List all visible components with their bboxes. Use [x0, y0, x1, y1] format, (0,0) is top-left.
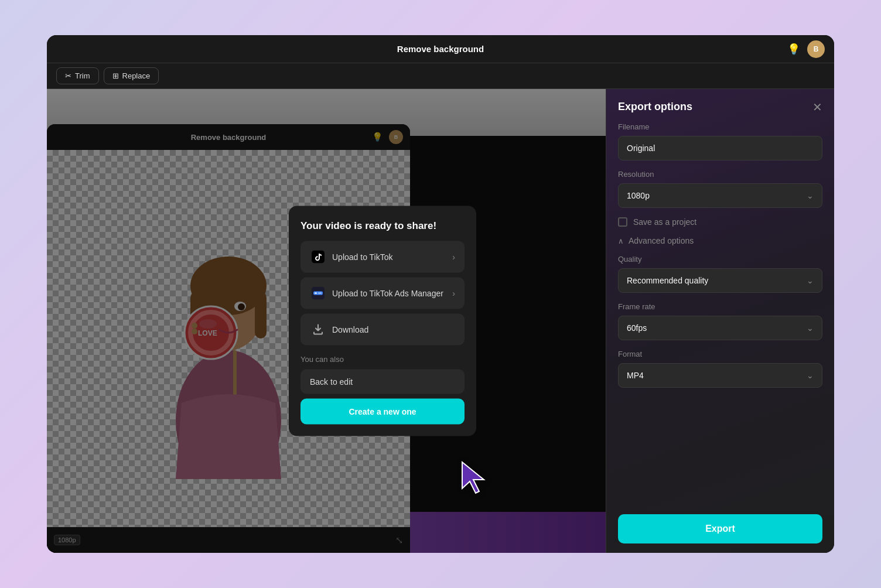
resolution-value: 1080p	[627, 191, 650, 200]
quality-value: Recommended quality	[627, 276, 708, 285]
filename-select[interactable]: Original	[618, 136, 822, 160]
format-chevron-icon: ⌄	[807, 371, 814, 380]
chevron-right-ads-icon: ›	[452, 289, 455, 298]
close-panel-button[interactable]: ✕	[812, 101, 822, 113]
bulb-icon: 💡	[787, 43, 800, 56]
tiktok-icon	[310, 249, 326, 265]
frame-rate-value: 60fps	[627, 323, 647, 333]
replace-button[interactable]: ⊞ Replace	[104, 67, 159, 84]
main-content: Remove background 💡 B	[47, 89, 834, 553]
format-label: Format	[618, 350, 822, 358]
cursor	[459, 459, 489, 494]
download-label: Download	[332, 325, 368, 334]
top-bar-icons: 💡 B	[787, 40, 825, 58]
trim-label: Trim	[75, 71, 90, 80]
video-area: Remove background 💡 B	[47, 89, 606, 553]
frame-rate-label: Frame rate	[618, 302, 822, 311]
collapse-icon: ∧	[618, 237, 624, 245]
advanced-options-label: Advanced options	[629, 236, 694, 245]
tiktok-ads-icon	[310, 285, 326, 302]
toolbar: ✂ Trim ⊞ Replace	[47, 63, 834, 89]
resolution-select[interactable]: 1080p ⌄	[618, 183, 822, 208]
quality-section: Quality Recommended quality ⌄	[606, 255, 834, 302]
filename-label: Filename	[618, 122, 822, 131]
svg-rect-20	[315, 293, 317, 294]
upload-tiktok-ads-label: Upload to TikTok Ads Manager	[332, 289, 443, 298]
frame-rate-chevron-icon: ⌄	[807, 323, 814, 333]
save-project-row: Save as a project	[606, 217, 834, 236]
download-icon	[310, 322, 326, 338]
you-can-also-text: You can also	[301, 355, 465, 364]
resolution-section: Resolution 1080p ⌄	[606, 170, 834, 217]
format-value: MP4	[627, 371, 644, 380]
replace-icon: ⊞	[112, 71, 119, 80]
quality-select[interactable]: Recommended quality ⌄	[618, 268, 822, 293]
avatar[interactable]: B	[807, 40, 825, 58]
format-select[interactable]: MP4 ⌄	[618, 363, 822, 388]
filename-value: Original	[627, 143, 655, 153]
frame-rate-select[interactable]: 60fps ⌄	[618, 316, 822, 340]
upload-tiktok-ads-button[interactable]: Upload to TikTok Ads Manager ›	[301, 278, 465, 309]
app-title: Remove background	[397, 44, 484, 54]
frame-rate-section: Frame rate 60fps ⌄	[606, 302, 834, 350]
trim-button[interactable]: ✂ Trim	[56, 67, 99, 84]
advanced-options-toggle[interactable]: ∧ Advanced options	[606, 236, 834, 255]
top-bar: Remove background 💡 B	[47, 35, 834, 63]
export-panel-title: Export options	[618, 101, 692, 113]
download-left: Download	[310, 322, 368, 338]
svg-rect-17	[312, 251, 325, 264]
quality-label: Quality	[618, 255, 822, 264]
upload-tiktok-ads-left: Upload to TikTok Ads Manager	[310, 285, 443, 302]
save-project-label: Save as a project	[633, 217, 696, 227]
cursor-svg	[459, 459, 489, 494]
back-to-edit-button[interactable]: Back to edit	[301, 370, 465, 394]
create-new-button[interactable]: Create a new one	[301, 399, 465, 425]
svg-rect-21	[318, 293, 322, 294]
chevron-right-icon: ›	[452, 252, 455, 262]
upload-tiktok-left: Upload to TikTok	[310, 249, 393, 265]
export-btn-container: Export	[606, 505, 834, 553]
scissors-icon: ✂	[65, 71, 71, 80]
download-button[interactable]: Download	[301, 314, 465, 346]
upload-tiktok-button[interactable]: Upload to TikTok ›	[301, 241, 465, 273]
export-panel: Export options ✕ Filename Original Resol…	[606, 89, 834, 553]
resolution-label: Resolution	[618, 170, 822, 179]
format-section: Format MP4 ⌄	[606, 350, 834, 397]
quality-chevron-icon: ⌄	[807, 276, 814, 285]
export-button[interactable]: Export	[618, 514, 822, 543]
save-project-checkbox[interactable]	[618, 217, 627, 227]
share-modal-title: Your video is ready to share!	[301, 220, 465, 232]
export-panel-header: Export options ✕	[606, 89, 834, 122]
filename-section: Filename Original	[606, 122, 834, 170]
resolution-chevron-icon: ⌄	[807, 191, 814, 200]
app-window: Remove background 💡 B ✂ Trim ⊞ Replace R…	[47, 35, 834, 553]
share-modal: Your video is ready to share! Upload to …	[289, 206, 476, 436]
upload-tiktok-label: Upload to TikTok	[332, 252, 393, 262]
replace-label: Replace	[122, 71, 151, 80]
